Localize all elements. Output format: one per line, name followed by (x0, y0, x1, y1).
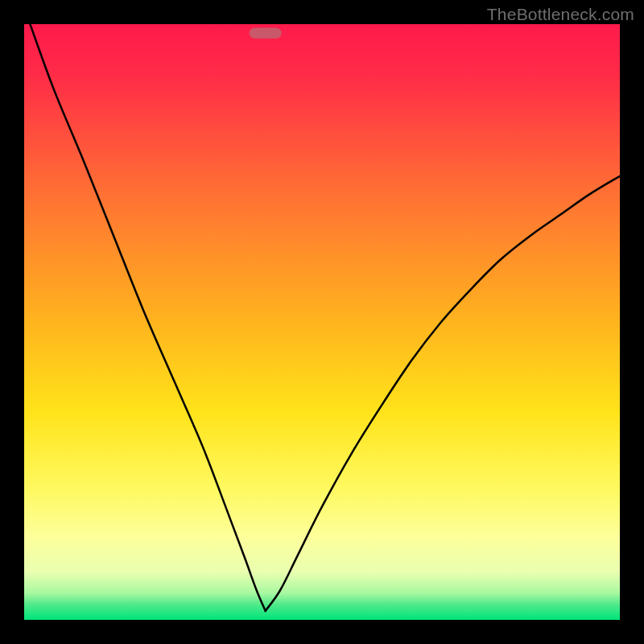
chart-frame: TheBottleneck.com (0, 0, 644, 644)
watermark-text: TheBottleneck.com (487, 5, 634, 24)
gradient-background (24, 24, 620, 620)
center-marker (250, 27, 282, 38)
plot-area (24, 24, 620, 620)
chart-svg (24, 24, 620, 620)
bottleneck-marker (250, 27, 282, 38)
